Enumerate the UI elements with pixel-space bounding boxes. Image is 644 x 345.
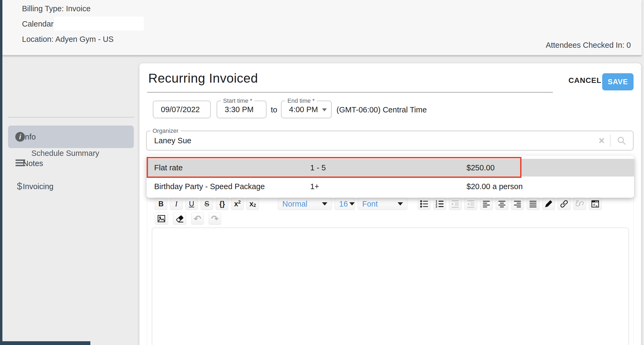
unlink-button[interactable]	[573, 198, 586, 210]
superscript-exp: 2	[238, 200, 240, 205]
superscript-button[interactable]: x2	[231, 198, 244, 210]
calendar-label: Calendar:	[22, 20, 56, 28]
rate-price: $250.00	[467, 163, 495, 172]
event-summary-header: Billing Type: Invoice Calendar: Location…	[2, 0, 642, 56]
organizer-field[interactable]: Organizer Laney Sue ×	[146, 131, 634, 151]
start-time-value: 3:30 PM	[225, 105, 254, 114]
rate-name: Birthday Party - Speed Package	[154, 182, 265, 191]
align-center-button[interactable]	[495, 198, 508, 210]
editor-toolbar-row-2: ↶ ↷	[155, 212, 221, 225]
font-size-select[interactable]: 16	[335, 198, 355, 210]
sidebar: View Schedule Schedule Summary i Info No…	[2, 56, 139, 345]
field-separator	[610, 134, 610, 147]
insert-image-button[interactable]	[155, 212, 168, 225]
bullet-list-button[interactable]	[418, 198, 431, 210]
superscript-base: x	[234, 200, 238, 208]
date-value: 09/07/2022	[161, 105, 200, 114]
rate-price: $20.00 a person	[467, 182, 523, 191]
title-divider	[147, 92, 553, 93]
italic-button[interactable]: I	[170, 198, 183, 210]
font-family-select[interactable]: Font	[358, 198, 408, 210]
info-icon: i	[15, 132, 25, 142]
clear-icon[interactable]: ×	[599, 135, 605, 146]
rate-range: 1 - 5	[310, 163, 326, 172]
chevron-down-icon	[322, 108, 327, 111]
outdent-button[interactable]	[464, 198, 477, 210]
code-view-button[interactable]: ://	[589, 198, 602, 210]
undo-icon: ↶	[194, 213, 201, 224]
sidebar-item-info[interactable]: i Info	[8, 126, 134, 148]
strikethrough-button[interactable]: S	[201, 198, 213, 210]
subscript-exp: 2	[253, 203, 256, 208]
event-edit-panel: Recurring Invoiced CANCEL SAVE 09/07/202…	[139, 63, 641, 345]
save-button[interactable]: SAVE	[602, 73, 634, 90]
underline-button[interactable]: U	[185, 198, 198, 210]
redo-button[interactable]: ↷	[209, 212, 221, 225]
app-left-rail	[0, 0, 2, 345]
cancel-button[interactable]: CANCEL	[568, 76, 601, 85]
organizer-value: Laney Sue	[154, 136, 191, 145]
rate-option-flat-rate[interactable]: Flat rate 1 - 5 $250.00	[147, 159, 634, 177]
undo-button[interactable]: ↶	[191, 212, 204, 225]
subscript-button[interactable]: x2	[246, 198, 259, 210]
text-color-pen-button[interactable]	[542, 198, 555, 210]
rate-range: 1+	[310, 182, 319, 191]
location-text: Location: Adyen Gym - US	[22, 35, 114, 44]
timezone-text: (GMT-06:00) Central Time	[336, 105, 427, 114]
paragraph-style-select[interactable]: Normal	[278, 198, 332, 210]
date-field[interactable]: 09/07/2022	[153, 101, 211, 118]
font-family-value: Font	[362, 200, 378, 208]
editor-toolbar-row-1: B I U S {} x2 x2 Normal 16 Font	[155, 198, 602, 210]
start-time-label: Start time *	[221, 97, 254, 104]
description-editor: B I U S {} x2 x2 Normal 16 Font	[147, 193, 634, 345]
bold-button[interactable]: B	[155, 198, 167, 210]
chevron-down-icon	[349, 202, 355, 205]
eraser-button[interactable]	[173, 212, 186, 225]
numbered-list-button[interactable]: 1 2 3	[433, 198, 446, 210]
align-left-button[interactable]	[480, 198, 493, 210]
description-textarea[interactable]	[152, 227, 629, 345]
indent-button[interactable]	[449, 198, 462, 210]
code-button[interactable]: {}	[216, 198, 228, 210]
page-title: Recurring Invoiced	[148, 71, 258, 86]
attendees-checked-in-text: Attendees Checked In: 0	[546, 41, 631, 50]
font-size-value: 16	[339, 200, 348, 208]
redo-icon: ↷	[211, 213, 219, 224]
to-label: to	[271, 105, 277, 114]
rate-option-birthday-party[interactable]: Birthday Party - Speed Package 1+ $20.00…	[147, 177, 634, 196]
sidebar-divider	[8, 117, 134, 118]
organizer-label: Organizer	[150, 127, 181, 134]
link-button[interactable]	[558, 198, 571, 210]
end-time-value: 4:00 PM	[289, 105, 318, 114]
svg-text:3: 3	[435, 205, 437, 208]
sidebar-item-notes[interactable]: Notes	[8, 152, 134, 175]
end-time-label: End time *	[285, 97, 317, 104]
svg-text:://: ://	[593, 203, 595, 206]
chevron-down-icon	[322, 202, 327, 205]
rate-options-dropdown: Flat rate 1 - 5 $250.00 Birthday Party -…	[147, 156, 634, 198]
rate-name: Flat rate	[154, 163, 183, 172]
sidebar-item-label: Invoicing	[23, 182, 53, 191]
end-time-field[interactable]: End time * 4:00 PM	[281, 101, 332, 118]
subscript-base: x	[249, 200, 253, 208]
billing-type-text: Billing Type: Invoice	[22, 4, 91, 13]
notes-icon	[15, 159, 25, 168]
sidebar-item-label: Notes	[23, 159, 43, 168]
paragraph-style-value: Normal	[282, 200, 307, 208]
dollar-icon: $	[17, 181, 22, 192]
chevron-down-icon	[398, 202, 403, 205]
start-time-field[interactable]: Start time * 3:30 PM	[217, 101, 267, 118]
justify-button[interactable]	[527, 198, 539, 210]
calendar-input[interactable]	[54, 17, 144, 31]
align-right-button[interactable]	[511, 198, 524, 210]
organizer-field-actions: ×	[599, 131, 627, 150]
sidebar-item-invoicing[interactable]: $ Invoicing	[8, 175, 134, 198]
search-icon[interactable]	[616, 135, 627, 146]
